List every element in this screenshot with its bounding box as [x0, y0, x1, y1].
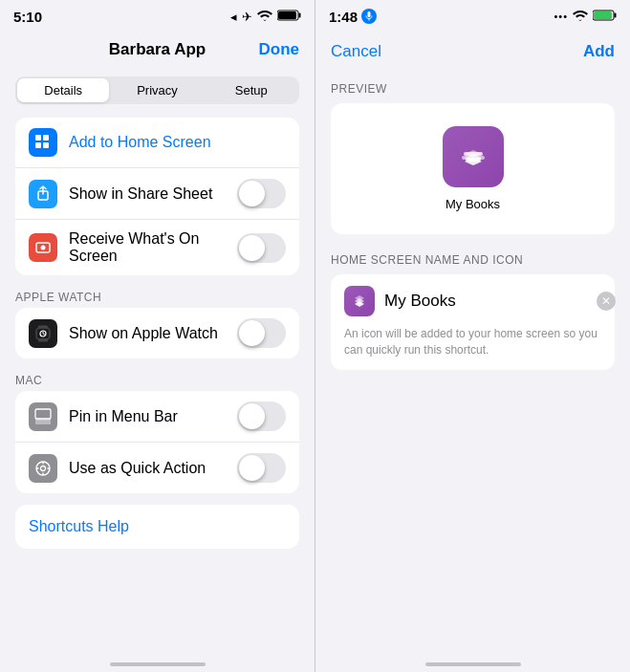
clear-button[interactable]: ✕ — [597, 292, 616, 311]
right-status-bar: 1:48 ••• — [315, 0, 630, 31]
apple-watch-card: Show on Apple Watch — [15, 308, 299, 358]
home-name-row: ✕ — [344, 286, 601, 316]
preview-label: PREVIEW — [331, 82, 615, 96]
general-card: Add to Home Screen Show in Share Sheet — [15, 118, 299, 275]
cancel-button[interactable]: Cancel — [331, 42, 381, 61]
left-home-indicator — [110, 662, 206, 666]
share-sheet-thumb — [239, 181, 265, 206]
shortcuts-help-card[interactable]: Shortcuts Help — [15, 505, 299, 549]
apple-watch-row[interactable]: Show on Apple Watch — [15, 308, 299, 358]
left-status-bar: 5:10 ◂ ✈ — [0, 0, 315, 31]
menu-bar-label: Pin in Menu Bar — [69, 408, 237, 425]
done-button[interactable]: Done — [257, 40, 299, 59]
quick-action-toggle[interactable] — [237, 453, 286, 483]
menu-bar-row[interactable]: Pin in Menu Bar — [15, 391, 299, 443]
svg-rect-27 — [615, 13, 617, 18]
svg-rect-5 — [35, 142, 41, 148]
svg-rect-3 — [35, 135, 41, 141]
svg-rect-26 — [594, 11, 612, 19]
location-icon: ◂ — [230, 10, 237, 24]
home-screen-section: HOME SCREEN NAME AND ICON ✕ An icon will… — [331, 253, 615, 370]
add-home-row[interactable]: Add to Home Screen — [15, 118, 299, 168]
right-panel: 1:48 ••• Cancel Add PREVIEW — [315, 0, 630, 672]
segment-control: Details Privacy Setup — [15, 76, 299, 104]
whats-on-thumb — [239, 235, 265, 261]
right-status-time: 1:48 — [329, 9, 377, 25]
right-nav-bar: Cancel Add — [315, 31, 630, 73]
section-apple-watch: Show on Apple Watch — [15, 308, 299, 358]
left-status-time: 5:10 — [13, 9, 42, 25]
right-time-text: 1:48 — [329, 9, 358, 25]
right-home-indicator — [425, 662, 521, 666]
share-sheet-row[interactable]: Show in Share Sheet — [15, 168, 299, 220]
apple-watch-icon — [29, 319, 57, 348]
menu-bar-thumb — [239, 403, 265, 429]
quick-action-thumb — [239, 455, 265, 481]
menu-bar-toggle[interactable] — [237, 401, 286, 431]
home-description: An icon will be added to your home scree… — [344, 326, 601, 358]
whats-on-label: Receive What's On Screen — [69, 230, 237, 265]
segment-details[interactable]: Details — [17, 78, 109, 102]
preview-app-icon — [443, 126, 504, 187]
nav-title: Barbara App — [57, 40, 257, 59]
svg-rect-1 — [278, 11, 296, 19]
apple-watch-thumb — [239, 320, 265, 346]
left-status-icons: ◂ ✈ — [230, 10, 301, 24]
svg-rect-15 — [35, 421, 51, 424]
section-mac: Pin in Menu Bar Use as Q — [15, 391, 299, 493]
svg-point-18 — [41, 466, 46, 470]
home-screen-card: ✕ An icon will be added to your home scr… — [331, 274, 615, 370]
svg-rect-2 — [299, 12, 301, 17]
preview-app-name: My Books — [445, 197, 500, 211]
apple-watch-label: Show on Apple Watch — [69, 325, 237, 342]
mic-indicator — [361, 9, 377, 24]
share-sheet-toggle[interactable] — [237, 179, 286, 208]
menu-bar-icon — [29, 402, 57, 431]
add-home-label: Add to Home Screen — [69, 134, 286, 151]
home-name-input[interactable] — [384, 292, 587, 311]
segment-setup[interactable]: Setup — [206, 78, 297, 102]
svg-rect-6 — [43, 142, 49, 148]
right-status-icons: ••• — [554, 8, 617, 25]
home-mini-icon — [344, 286, 375, 316]
wifi-icon — [257, 10, 272, 24]
signal-dots-icon: ••• — [554, 11, 568, 22]
preview-card: My Books — [331, 103, 615, 234]
quick-action-icon — [29, 454, 57, 483]
svg-point-9 — [41, 246, 46, 250]
quick-action-row[interactable]: Use as Quick Action — [15, 443, 299, 493]
whats-on-toggle[interactable] — [237, 233, 286, 263]
whats-on-icon — [29, 233, 57, 262]
svg-rect-23 — [368, 11, 371, 17]
mac-section-label: MAC — [15, 374, 299, 387]
svg-rect-12 — [38, 338, 48, 341]
whats-on-row[interactable]: Receive What's On Screen — [15, 220, 299, 275]
segment-privacy[interactable]: Privacy — [111, 78, 203, 102]
add-button[interactable]: Add — [583, 42, 615, 61]
airplane-icon: ✈ — [242, 10, 252, 24]
svg-rect-14 — [35, 409, 51, 419]
apple-watch-toggle[interactable] — [237, 318, 286, 348]
add-home-icon — [29, 128, 57, 157]
share-sheet-label: Show in Share Sheet — [69, 185, 237, 203]
svg-rect-11 — [38, 325, 48, 328]
quick-action-label: Use as Quick Action — [69, 460, 237, 477]
apple-watch-section-label: APPLE WATCH — [15, 291, 299, 304]
left-nav-bar: Barbara App Done — [0, 31, 315, 73]
left-panel: 5:10 ◂ ✈ Barbara App Done Details Privac… — [0, 0, 315, 672]
home-screen-label: HOME SCREEN NAME AND ICON — [331, 253, 615, 267]
preview-section: PREVIEW My Books — [331, 82, 615, 234]
right-wifi-icon — [573, 8, 588, 25]
mac-card: Pin in Menu Bar Use as Q — [15, 391, 299, 493]
battery-icon — [277, 10, 301, 24]
right-battery-icon — [593, 8, 617, 25]
svg-rect-4 — [43, 135, 49, 141]
shortcuts-help-label[interactable]: Shortcuts Help — [29, 518, 129, 534]
share-sheet-icon — [29, 180, 57, 208]
section-general: Add to Home Screen Show in Share Sheet — [15, 118, 299, 275]
